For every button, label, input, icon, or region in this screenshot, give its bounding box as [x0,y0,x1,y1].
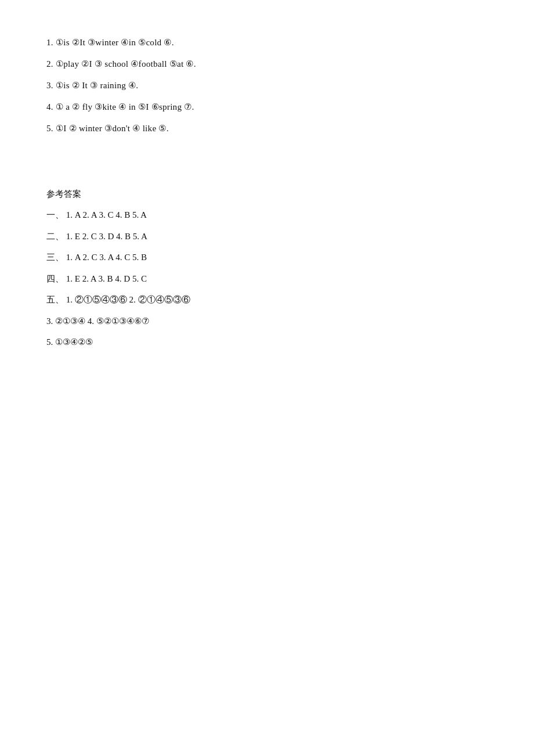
answer-line-3: 三、 1. A 2. C 3. A 4. C 5. B [46,249,488,266]
q3-content: ①is ② It ③ raining ④. [56,81,138,90]
q2-number: 2. [46,59,53,69]
answer-label-3: 三、 [46,253,64,262]
answer-content-3: 1. A 2. C 3. A 4. C 5. B [66,253,147,262]
question-4: 4. ① a ② fly ③kite ④ in ⑤I ⑥spring ⑦. [46,99,488,115]
answer-line-7: 5. ①③④②⑤ [46,334,488,351]
answer-line-1: 一、 1. A 2. A 3. C 4. B 5. A [46,207,488,224]
q5-number: 5. [46,124,53,133]
question-3: 3. ①is ② It ③ raining ④. [46,78,488,93]
answer-section: 参考答案 一、 1. A 2. A 3. C 4. B 5. A 二、 1. E… [46,189,488,351]
answer-label-4: 四、 [46,274,64,283]
q4-number: 4. [46,102,53,111]
answer-content-4: 1. E 2. A 3. B 4. D 5. C [66,274,147,283]
answer-line-2: 二、 1. E 2. C 3. D 4. B 5. A [46,228,488,245]
question-1: 1. ①is ②It ③winter ④in ⑤cold ⑥. [46,35,488,51]
q2-content: ①play ②I ③ school ④football ⑤at ⑥. [56,59,196,69]
answer-title: 参考答案 [46,189,488,200]
answer-label-1: 一、 [46,210,64,219]
q3-number: 3. [46,81,53,90]
answer-content-6: 3. ②①③④ 4. ⑤②①③④⑥⑦ [46,316,149,326]
answer-line-6: 3. ②①③④ 4. ⑤②①③④⑥⑦ [46,313,488,330]
question-2: 2. ①play ②I ③ school ④football ⑤at ⑥. [46,56,488,72]
answer-content-2: 1. E 2. C 3. D 4. B 5. A [66,232,147,241]
answer-label-5: 五、 [46,295,64,304]
answer-line-4: 四、 1. E 2. A 3. B 4. D 5. C [46,271,488,287]
answer-content-5: 1. ②①⑤④③⑥ 2. ②①④⑤③⑥ [66,295,190,304]
answer-label-2: 二、 [46,232,64,241]
question-5: 5. ①I ② winter ③don't ④ like ⑤. [46,121,488,136]
q1-number: 1. [46,38,53,47]
answer-line-5: 五、 1. ②①⑤④③⑥ 2. ②①④⑤③⑥ [46,291,488,308]
q5-content: ①I ② winter ③don't ④ like ⑤. [56,124,169,133]
q4-content: ① a ② fly ③kite ④ in ⑤I ⑥spring ⑦. [56,102,194,111]
answer-content-7: 5. ①③④②⑤ [46,337,93,347]
spacer [46,160,488,183]
q1-content: ①is ②It ③winter ④in ⑤cold ⑥. [56,38,174,47]
answer-content-1: 1. A 2. A 3. C 4. B 5. A [66,210,147,219]
questions-section: 1. ①is ②It ③winter ④in ⑤cold ⑥. 2. ①play… [46,35,488,136]
